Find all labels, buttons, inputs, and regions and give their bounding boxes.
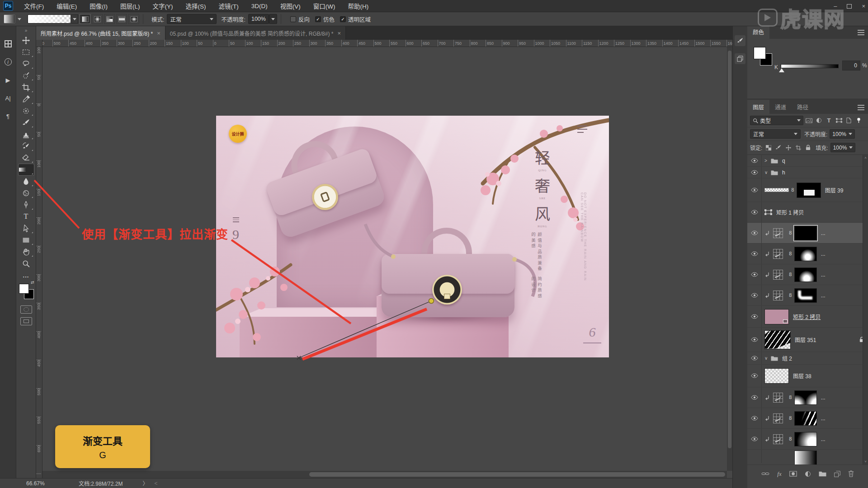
panel-menu-icon[interactable]: [858, 105, 864, 112]
ruler-horizontal[interactable]: 5505004504003503002502001501005005010015…: [36, 40, 732, 47]
paragraph-panel-icon[interactable]: ¶: [3, 111, 13, 121]
mask-link-icon[interactable]: 8: [791, 187, 794, 193]
layer-row-rect1-copy[interactable]: 矩形 1 拷贝: [747, 202, 868, 223]
reverse-checkbox[interactable]: [290, 16, 296, 22]
layer-blend-mode-select[interactable]: 正常: [750, 129, 801, 139]
layer-row-curves[interactable]: 8 ...: [747, 244, 868, 264]
layer-mask-thumbnail[interactable]: [794, 267, 817, 282]
layer-opacity-field[interactable]: 100%: [830, 129, 855, 139]
visibility-toggle[interactable]: [747, 285, 762, 305]
menu-edit[interactable]: 编辑(E): [50, 0, 83, 12]
visibility-toggle[interactable]: [747, 429, 762, 449]
quick-mask-button[interactable]: [20, 305, 32, 314]
curves-adjustment-icon[interactable]: [773, 228, 783, 238]
angle-gradient-button[interactable]: [104, 14, 115, 24]
lock-artboard-icon[interactable]: [794, 144, 802, 151]
dodge-tool[interactable]: [19, 188, 34, 199]
visibility-toggle[interactable]: [747, 387, 762, 408]
menu-help[interactable]: 帮助(H): [341, 0, 375, 12]
adjustment-layer-icon[interactable]: [805, 471, 811, 477]
curves-adjustment-icon[interactable]: [773, 291, 783, 300]
layer-row-group-h[interactable]: ∨h: [747, 167, 868, 178]
k-value-field[interactable]: 0: [842, 61, 860, 70]
menu-select[interactable]: 选择(S): [179, 0, 212, 12]
layers-tab[interactable]: 图层: [747, 100, 769, 114]
layer-mask-thumbnail[interactable]: [794, 390, 817, 405]
menu-view[interactable]: 视图(V): [274, 0, 307, 12]
layer-mask-thumbnail[interactable]: [797, 183, 821, 198]
layer-style-icon[interactable]: fx: [777, 470, 781, 478]
menu-filter[interactable]: 滤镜(T): [212, 0, 245, 12]
document-tab-inactive[interactable]: 05.psd @ 100% (颜值与品质兼备的美感 简约质感的设计, RGB/8…: [165, 26, 346, 40]
visibility-toggle[interactable]: [747, 155, 762, 166]
radial-gradient-button[interactable]: [92, 14, 103, 24]
filter-adjustment-icon[interactable]: [815, 116, 823, 125]
close-button[interactable]: ×: [862, 3, 865, 9]
layer-row-curves[interactable]: 8 ...: [747, 264, 868, 285]
quick-selection-tool[interactable]: [19, 70, 34, 81]
filter-toggle-icon[interactable]: [854, 116, 863, 125]
add-mask-icon[interactable]: [789, 471, 797, 477]
layer-mask-thumbnail[interactable]: [794, 288, 817, 303]
paths-tab[interactable]: 路径: [792, 100, 814, 114]
curves-adjustment-icon[interactable]: [773, 249, 783, 259]
path-selection-tool[interactable]: [19, 223, 34, 234]
visibility-toggle[interactable]: [747, 244, 762, 264]
current-tool-icon[interactable]: [4, 14, 15, 23]
layer-row-curves[interactable]: 8 ...: [747, 408, 868, 429]
collapsed-panel-layers-icon[interactable]: [735, 53, 745, 64]
visibility-toggle[interactable]: [747, 264, 762, 285]
visibility-toggle[interactable]: [747, 352, 762, 364]
transparency-checkbox[interactable]: ✓: [340, 16, 346, 22]
gradient-tool[interactable]: [19, 164, 34, 175]
layer-row-curves[interactable]: 8 ...: [747, 429, 868, 450]
ruler-vertical[interactable]: 1005005010015020025030035040045050055060…: [36, 47, 42, 478]
visibility-toggle[interactable]: [747, 223, 762, 243]
menu-3d[interactable]: 3D(D): [245, 0, 274, 12]
brush-tool[interactable]: [19, 117, 34, 128]
layer-fill-field[interactable]: 100%: [830, 143, 856, 152]
edit-toolbar-icon[interactable]: ...: [19, 270, 34, 281]
maximize-button[interactable]: [847, 4, 852, 9]
zoom-level-field[interactable]: 66.67%: [26, 480, 59, 487]
curves-adjustment-icon[interactable]: [773, 270, 783, 280]
layer-mask-thumbnail[interactable]: [794, 247, 817, 261]
channels-tab[interactable]: 通道: [769, 100, 792, 114]
status-chevron-icon[interactable]: 〉: [142, 479, 148, 487]
type-tool[interactable]: T: [19, 211, 34, 222]
move-tool[interactable]: [19, 35, 34, 46]
lock-transparency-icon[interactable]: [764, 144, 772, 151]
mask-link-icon[interactable]: 8: [789, 230, 792, 236]
delete-layer-icon[interactable]: [848, 470, 854, 477]
lock-all-icon[interactable]: [804, 144, 812, 151]
layer-thumbnail[interactable]: [764, 309, 789, 324]
dither-checkbox[interactable]: ✓: [315, 16, 321, 22]
poster-document[interactable]: 设计狮 轻QING 奢SHE 风HONG 颜值与品质兼备的美感 简约质感的设计 …: [216, 116, 609, 357]
eraser-tool[interactable]: [19, 152, 34, 164]
mask-link-icon[interactable]: 8: [789, 394, 792, 400]
layer-row-partial[interactable]: 8: [747, 450, 868, 463]
eyedropper-tool[interactable]: [19, 94, 34, 105]
mask-link-icon[interactable]: 8: [789, 436, 792, 442]
shape-tool[interactable]: [19, 235, 34, 246]
visibility-toggle[interactable]: [747, 202, 762, 222]
diamond-gradient-button[interactable]: [128, 14, 139, 24]
layer-thumbnail[interactable]: [764, 330, 791, 349]
clone-stamp-tool[interactable]: [19, 129, 34, 140]
lock-position-icon[interactable]: [784, 144, 792, 151]
swap-colors-icon[interactable]: ⇄: [31, 280, 34, 285]
new-layer-icon[interactable]: [834, 471, 840, 477]
visibility-toggle[interactable]: [747, 365, 762, 387]
layer-filter-select[interactable]: 类型: [750, 116, 803, 125]
canvas-vertical-scrollbar[interactable]: [727, 47, 732, 471]
layer-mask-thumbnail[interactable]: [794, 226, 817, 240]
character-panel-icon[interactable]: A|: [3, 93, 13, 103]
tab-close-icon[interactable]: ×: [337, 30, 341, 37]
filter-type-icon[interactable]: T: [825, 116, 833, 125]
lock-pixels-icon[interactable]: [774, 144, 782, 151]
mask-link-icon[interactable]: 8: [789, 251, 792, 257]
pen-tool[interactable]: [19, 199, 34, 211]
curves-adjustment-icon[interactable]: [773, 434, 783, 444]
hand-tool[interactable]: [19, 246, 34, 258]
k-slider-thumb[interactable]: [779, 68, 784, 72]
